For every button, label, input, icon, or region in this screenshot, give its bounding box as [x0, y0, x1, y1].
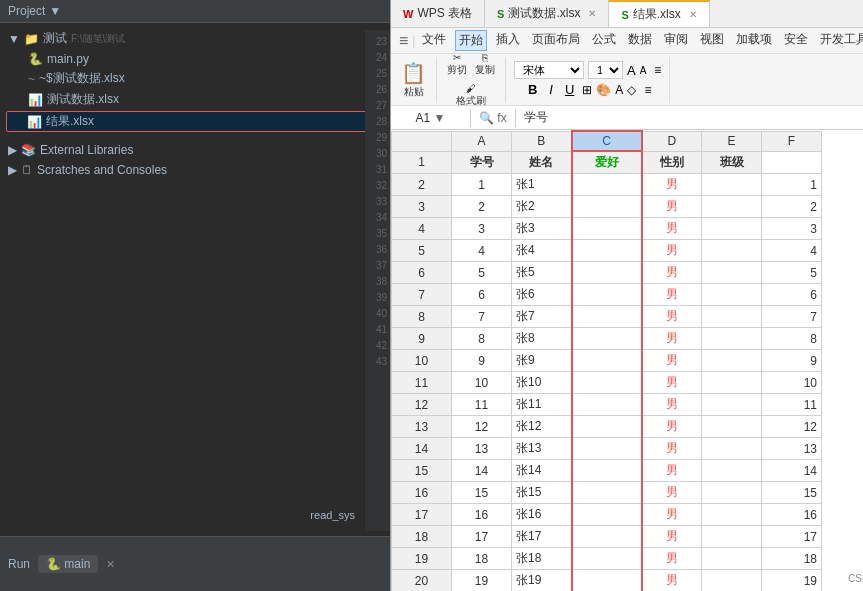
- cell-c7[interactable]: [572, 284, 642, 306]
- cell-a9[interactable]: 8: [452, 328, 512, 350]
- cell-c4[interactable]: [572, 218, 642, 240]
- cell-c19[interactable]: [572, 548, 642, 570]
- cell-e20[interactable]: [702, 570, 762, 592]
- menu-home[interactable]: 开始: [455, 30, 487, 51]
- menu-formula[interactable]: 公式: [589, 30, 619, 51]
- font-color-button[interactable]: A: [615, 83, 623, 97]
- copy-button[interactable]: ⎘ 复制: [473, 50, 497, 79]
- font-increase[interactable]: A: [627, 63, 636, 78]
- col-header-c[interactable]: C: [572, 131, 642, 151]
- cell-c15[interactable]: [572, 460, 642, 482]
- fill-color-button[interactable]: 🎨: [596, 83, 611, 97]
- cell-b19[interactable]: 张18: [512, 548, 572, 570]
- cell-d14[interactable]: 男: [642, 438, 702, 460]
- cell-d16[interactable]: 男: [642, 482, 702, 504]
- cell-d8[interactable]: 男: [642, 306, 702, 328]
- cell-d13[interactable]: 男: [642, 416, 702, 438]
- cell-e19[interactable]: [702, 548, 762, 570]
- cell-f15[interactable]: 14: [762, 460, 822, 482]
- formula-input[interactable]: 学号: [516, 107, 863, 128]
- cell-b16[interactable]: 张15: [512, 482, 572, 504]
- cell-a12[interactable]: 11: [452, 394, 512, 416]
- external-libraries[interactable]: ▶ 📚 External Libraries: [0, 140, 390, 160]
- cell-a20[interactable]: 19: [452, 570, 512, 592]
- cell-c17[interactable]: [572, 504, 642, 526]
- cell-e6[interactable]: [702, 262, 762, 284]
- cell-b11[interactable]: 张10: [512, 372, 572, 394]
- cell-f2[interactable]: 1: [762, 174, 822, 196]
- cell-a10[interactable]: 9: [452, 350, 512, 372]
- cell-f12[interactable]: 11: [762, 394, 822, 416]
- cell-b7[interactable]: 张6: [512, 284, 572, 306]
- italic-button[interactable]: I: [545, 81, 557, 98]
- cell-e11[interactable]: [702, 372, 762, 394]
- cell-a7[interactable]: 6: [452, 284, 512, 306]
- cell-c12[interactable]: [572, 394, 642, 416]
- cell-e4[interactable]: [702, 218, 762, 240]
- cell-e13[interactable]: [702, 416, 762, 438]
- cell-f16[interactable]: 15: [762, 482, 822, 504]
- cell-f7[interactable]: 6: [762, 284, 822, 306]
- cell-d7[interactable]: 男: [642, 284, 702, 306]
- cell-f14[interactable]: 13: [762, 438, 822, 460]
- align2-icon[interactable]: ≡: [644, 83, 651, 97]
- cell-a5[interactable]: 4: [452, 240, 512, 262]
- cell-b18[interactable]: 张17: [512, 526, 572, 548]
- cell-d12[interactable]: 男: [642, 394, 702, 416]
- cell-e16[interactable]: [702, 482, 762, 504]
- menu-insert[interactable]: 插入: [493, 30, 523, 51]
- cell-e12[interactable]: [702, 394, 762, 416]
- cell-b14[interactable]: 张13: [512, 438, 572, 460]
- tab-test-data[interactable]: S 测试数据.xlsx ✕: [485, 0, 609, 27]
- cell-f11[interactable]: 10: [762, 372, 822, 394]
- border-button[interactable]: ⊞: [582, 83, 592, 97]
- tab-result[interactable]: S 结果.xlsx ✕: [609, 0, 709, 27]
- cell-d10[interactable]: 男: [642, 350, 702, 372]
- test-data-close[interactable]: ✕: [588, 8, 596, 19]
- cell-e2[interactable]: [702, 174, 762, 196]
- paste-button[interactable]: 📋 粘贴: [399, 59, 428, 101]
- col-header-e[interactable]: E: [702, 131, 762, 151]
- cell-e18[interactable]: [702, 526, 762, 548]
- cell-d11[interactable]: 男: [642, 372, 702, 394]
- cell-d9[interactable]: 男: [642, 328, 702, 350]
- menu-data[interactable]: 数据: [625, 30, 655, 51]
- cell-d17[interactable]: 男: [642, 504, 702, 526]
- cell-d19[interactable]: 男: [642, 548, 702, 570]
- cell-e7[interactable]: [702, 284, 762, 306]
- cell-c1[interactable]: 爱好: [572, 151, 642, 174]
- cell-d20[interactable]: 男: [642, 570, 702, 592]
- cell-c5[interactable]: [572, 240, 642, 262]
- file-main-py[interactable]: 🐍 main.py: [0, 50, 390, 68]
- cell-f13[interactable]: 12: [762, 416, 822, 438]
- cell-c8[interactable]: [572, 306, 642, 328]
- menu-layout[interactable]: 页面布局: [529, 30, 583, 51]
- run-config[interactable]: 🐍 main: [38, 555, 98, 573]
- cell-e1[interactable]: 班级: [702, 151, 762, 174]
- cell-e17[interactable]: [702, 504, 762, 526]
- cell-f3[interactable]: 2: [762, 196, 822, 218]
- font-decrease[interactable]: A: [640, 65, 647, 76]
- cell-a11[interactable]: 10: [452, 372, 512, 394]
- cell-d4[interactable]: 男: [642, 218, 702, 240]
- font-size-select[interactable]: 11: [588, 61, 623, 79]
- cell-a14[interactable]: 13: [452, 438, 512, 460]
- cell-c10[interactable]: [572, 350, 642, 372]
- cell-e3[interactable]: [702, 196, 762, 218]
- cell-b5[interactable]: 张4: [512, 240, 572, 262]
- cell-c16[interactable]: [572, 482, 642, 504]
- file-temp-xlsx[interactable]: ~ ~$测试数据.xlsx: [0, 68, 390, 89]
- cell-d1[interactable]: 性别: [642, 151, 702, 174]
- menu-file[interactable]: 文件: [419, 30, 449, 51]
- cell-a16[interactable]: 15: [452, 482, 512, 504]
- cell-b12[interactable]: 张11: [512, 394, 572, 416]
- cell-e8[interactable]: [702, 306, 762, 328]
- cell-b6[interactable]: 张5: [512, 262, 572, 284]
- cell-e15[interactable]: [702, 460, 762, 482]
- cut-button[interactable]: ✂ 剪切: [445, 50, 469, 79]
- cell-a4[interactable]: 3: [452, 218, 512, 240]
- cell-d18[interactable]: 男: [642, 526, 702, 548]
- cell-b20[interactable]: 张19: [512, 570, 572, 592]
- cell-b9[interactable]: 张8: [512, 328, 572, 350]
- cell-f5[interactable]: 4: [762, 240, 822, 262]
